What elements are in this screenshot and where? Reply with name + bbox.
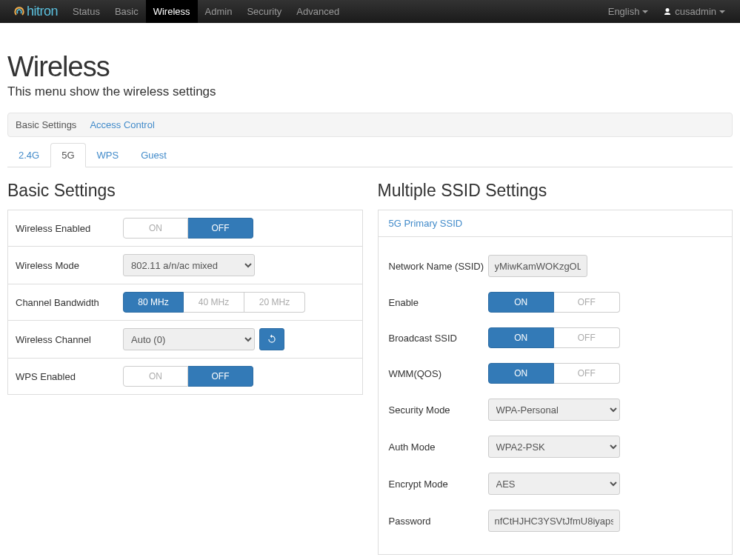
bw-80[interactable]: 80 MHz [123, 292, 184, 313]
auth-mode-select[interactable]: WPA2-PSK [488, 436, 620, 458]
nav-status[interactable]: Status [65, 0, 107, 23]
nav-advanced[interactable]: Advanced [289, 0, 347, 23]
ssid-panel: Network Name (SSID) Enable ON OFF Broadc… [378, 236, 733, 555]
band-tabs: 2.4G 5G WPS Guest [7, 143, 733, 167]
row-channel-bandwidth: Channel Bandwidth 80 MHz 40 MHz 20 MHz [7, 284, 363, 321]
page-title: Wireless [7, 51, 733, 83]
row-wmm: WMM(QOS) ON OFF [389, 356, 722, 391]
page-subtitle: This menu show the wireless settings [7, 84, 733, 99]
label-auth-mode: Auth Mode [389, 441, 488, 453]
bw-40[interactable]: 40 MHz [184, 292, 244, 313]
label-encrypt-mode: Encrypt Mode [389, 479, 488, 490]
tab-24g[interactable]: 2.4G [7, 143, 50, 167]
label-broadcast: Broadcast SSID [389, 333, 488, 344]
nav-security[interactable]: Security [239, 0, 289, 23]
bw-20[interactable]: 20 MHz [244, 292, 305, 313]
label-wireless-mode: Wireless Mode [16, 260, 123, 271]
user-name: cusadmin [675, 6, 716, 17]
ssid-tabs: 5G Primary SSID [378, 210, 733, 236]
row-auth-mode: Auth Mode WPA2-PSK [389, 428, 722, 465]
columns: Basic Settings Wireless Enabled ON OFF W… [7, 181, 733, 555]
wps-enabled-on[interactable]: ON [123, 366, 188, 387]
label-wireless-channel: Wireless Channel [16, 334, 123, 345]
row-encrypt-mode: Encrypt Mode AES [389, 465, 722, 502]
basic-settings-heading: Basic Settings [7, 181, 363, 201]
label-wmm: WMM(QOS) [389, 368, 488, 379]
wps-enabled-off[interactable]: OFF [188, 366, 253, 387]
label-password: Password [389, 516, 488, 527]
row-broadcast: Broadcast SSID ON OFF [389, 320, 722, 356]
label-security-mode: Security Mode [389, 404, 488, 416]
tab-wps[interactable]: WPS [86, 143, 130, 167]
top-navbar: hitron Status Basic Wireless Admin Secur… [0, 0, 740, 23]
tab-5g[interactable]: 5G [50, 143, 85, 167]
security-mode-select[interactable]: WPA-Personal [488, 399, 620, 421]
subnav-access-control[interactable]: Access Control [90, 119, 154, 130]
ssid-tab-primary[interactable]: 5G Primary SSID [379, 210, 473, 236]
enable-on[interactable]: ON [488, 292, 555, 313]
password-input[interactable] [488, 510, 620, 532]
refresh-channel-button[interactable] [259, 328, 284, 350]
wireless-mode-select[interactable]: 802.11 a/n/ac mixed [123, 254, 255, 276]
row-wireless-enabled: Wireless Enabled ON OFF [7, 210, 363, 247]
label-network-name: Network Name (SSID) [389, 261, 488, 272]
user-dropdown[interactable]: cusadmin [656, 6, 733, 17]
main-nav: Status Basic Wireless Admin Security Adv… [65, 0, 347, 23]
label-wps-enabled: WPS Enabled [16, 371, 123, 382]
row-password: Password [389, 502, 722, 539]
nav-basic[interactable]: Basic [107, 0, 146, 23]
label-enable: Enable [389, 297, 488, 308]
language-label: English [608, 6, 640, 17]
broadcast-toggle[interactable]: ON OFF [488, 327, 620, 348]
sub-nav: Basic Settings Access Control [7, 113, 733, 137]
nav-right: English cusadmin [601, 0, 733, 23]
wireless-channel-select[interactable]: Auto (0) [123, 328, 255, 350]
encrypt-mode-select[interactable]: AES [488, 473, 620, 495]
label-channel-bandwidth: Channel Bandwidth [16, 297, 123, 308]
brand-text: hitron [27, 4, 58, 19]
broadcast-off[interactable]: OFF [554, 327, 620, 348]
broadcast-on[interactable]: ON [488, 327, 555, 348]
wmm-off[interactable]: OFF [554, 363, 620, 384]
wireless-enabled-toggle[interactable]: ON OFF [123, 218, 253, 239]
row-enable: Enable ON OFF [389, 284, 722, 320]
nav-admin[interactable]: Admin [198, 0, 240, 23]
language-dropdown[interactable]: English [601, 6, 656, 17]
enable-toggle[interactable]: ON OFF [488, 292, 620, 313]
refresh-icon [267, 334, 277, 344]
caret-down-icon [719, 10, 725, 13]
wmm-on[interactable]: ON [488, 363, 555, 384]
tab-guest[interactable]: Guest [130, 143, 178, 167]
network-name-input[interactable] [488, 255, 587, 277]
caret-down-icon [642, 10, 648, 13]
wireless-enabled-on[interactable]: ON [123, 218, 188, 239]
brand-swirl-icon [13, 6, 25, 18]
basic-settings-column: Basic Settings Wireless Enabled ON OFF W… [7, 181, 363, 555]
page-container: Wireless This menu show the wireless set… [0, 23, 740, 560]
enable-off[interactable]: OFF [554, 292, 620, 313]
row-security-mode: Security Mode WPA-Personal [389, 391, 722, 428]
label-wireless-enabled: Wireless Enabled [16, 223, 123, 234]
row-wireless-channel: Wireless Channel Auto (0) [7, 321, 363, 359]
nav-wireless[interactable]: Wireless [146, 0, 198, 23]
row-wps-enabled: WPS Enabled ON OFF [7, 359, 363, 395]
brand-logo: hitron [13, 4, 58, 19]
ssid-settings-heading: Multiple SSID Settings [378, 181, 733, 201]
wmm-toggle[interactable]: ON OFF [488, 363, 620, 384]
row-wireless-mode: Wireless Mode 802.11 a/n/ac mixed [7, 247, 363, 284]
wps-enabled-toggle[interactable]: ON OFF [123, 366, 253, 387]
wireless-enabled-off[interactable]: OFF [188, 218, 253, 239]
user-icon [663, 7, 672, 16]
row-network-name: Network Name (SSID) [389, 247, 722, 284]
ssid-settings-column: Multiple SSID Settings 5G Primary SSID N… [378, 181, 733, 555]
channel-bandwidth-group[interactable]: 80 MHz 40 MHz 20 MHz [123, 292, 305, 313]
subnav-basic-settings[interactable]: Basic Settings [16, 119, 76, 130]
